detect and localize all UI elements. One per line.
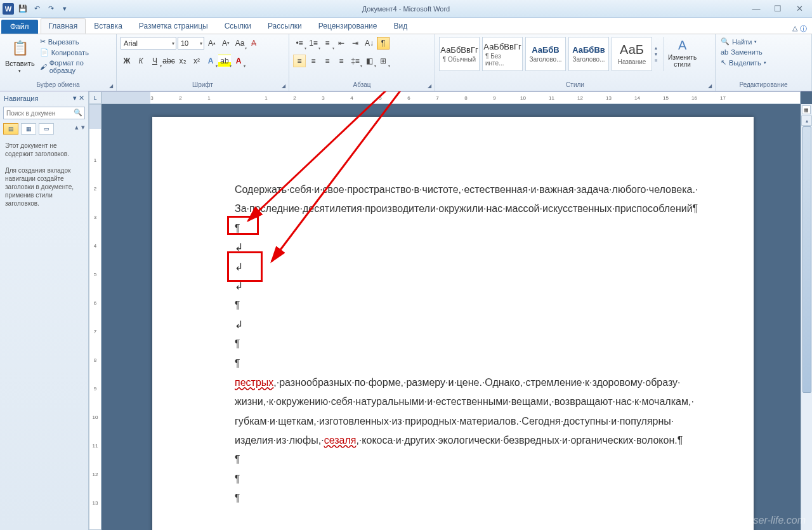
tab-review[interactable]: Рецензирование	[310, 18, 386, 34]
align-center-button[interactable]: ≡	[307, 55, 320, 67]
nav-search: 🔍	[3, 107, 85, 119]
font-launcher-icon[interactable]: ◢	[280, 82, 287, 89]
font-name-select[interactable]: Arial	[121, 37, 176, 50]
find-button[interactable]: 🔍Найти▾	[719, 37, 808, 46]
tab-references[interactable]: Ссылки	[216, 18, 259, 34]
nav-prev-icon[interactable]: ▴	[75, 123, 79, 135]
style-heading2[interactable]: АаБбВвЗаголово...	[568, 37, 609, 71]
paragraph-launcher-icon[interactable]: ◢	[426, 82, 433, 89]
style-title[interactable]: АаБНазвание	[612, 37, 652, 71]
sort-button[interactable]: A↓	[363, 37, 376, 50]
search-icon[interactable]: 🔍	[74, 109, 82, 117]
text-line: ,·разнообразных·по·форме,·размеру·и·цене…	[273, 377, 680, 388]
increase-indent-button[interactable]: ⇥	[349, 37, 362, 50]
nav-title: Навигация	[4, 95, 38, 102]
clipboard-group-label: Буфер обмена	[4, 80, 112, 89]
bullets-button[interactable]: •≡▾	[293, 37, 306, 50]
style-name: Заголово...	[573, 56, 605, 63]
style-name: Заголово...	[530, 56, 562, 63]
close-button[interactable]: ✕	[790, 3, 808, 15]
help-icon[interactable]: ⓘ	[800, 24, 807, 34]
nav-tab-pages[interactable]: ▦	[21, 123, 36, 135]
styles-group-label: Стили	[439, 80, 711, 89]
scissors-icon: ✂	[40, 37, 46, 46]
text-effects-button[interactable]: A▾	[204, 55, 217, 67]
numbering-button[interactable]: 1≡▾	[307, 37, 320, 50]
decrease-indent-button[interactable]: ⇤	[335, 37, 348, 50]
save-icon[interactable]: 💾	[16, 3, 29, 15]
style-heading1[interactable]: АаБбВЗаголово...	[525, 37, 566, 71]
paragraph-group-label: Абзац	[293, 80, 431, 89]
select-label: Выделить	[729, 59, 761, 67]
format-painter-button[interactable]: 🖌Формат по образцу	[39, 58, 112, 75]
maximize-button[interactable]: ☐	[769, 3, 787, 15]
undo-icon[interactable]: ↶	[30, 3, 43, 15]
clipboard-launcher-icon[interactable]: ◢	[107, 82, 115, 89]
multilevel-list-button[interactable]: ≡▾	[321, 37, 334, 50]
show-pilcrow-button[interactable]: ¶	[377, 37, 390, 50]
paste-button[interactable]: 📋 Вставить ▾	[4, 37, 36, 75]
word-app-icon: W	[3, 3, 14, 15]
shading-button[interactable]: ◧▾	[363, 55, 376, 67]
font-color-button[interactable]: A▾	[232, 55, 245, 67]
superscript-button[interactable]: x²	[190, 55, 203, 67]
change-styles-button[interactable]: A Изменить стили	[664, 37, 698, 71]
change-styles-icon: A	[678, 38, 686, 53]
change-case-button[interactable]: Aa▾	[233, 37, 246, 50]
text-line: жизни,·к·окружению·себя·натуральными·и·е…	[235, 392, 710, 411]
underline-button[interactable]: Ч▾	[148, 55, 161, 67]
nav-next-icon[interactable]: ▾	[81, 123, 85, 135]
strikethrough-button[interactable]: abc	[162, 55, 175, 67]
nav-tab-headings[interactable]: ▤	[3, 123, 18, 135]
styles-more-icon[interactable]: ≡	[655, 58, 661, 63]
nav-close-icon[interactable]: ✕	[79, 94, 84, 102]
select-button[interactable]: ↖Выделить▾	[719, 58, 808, 67]
subscript-button[interactable]: x₂	[176, 55, 189, 67]
style-name: ¶ Без инте...	[485, 53, 520, 67]
tab-home[interactable]: Главная	[41, 18, 86, 34]
style-normal[interactable]: АаБбВвГг¶ Обычный	[439, 37, 480, 71]
justify-button[interactable]: ≡	[335, 55, 348, 67]
tab-insert[interactable]: Вставка	[86, 18, 131, 34]
tab-view[interactable]: Вид	[385, 18, 416, 34]
shrink-font-button[interactable]: A▾	[219, 37, 232, 50]
tab-selector[interactable]: L	[89, 91, 102, 104]
redo-icon[interactable]: ↷	[44, 3, 57, 15]
italic-button[interactable]: К	[134, 55, 147, 67]
style-name: ¶ Обычный	[443, 56, 476, 63]
scroll-up-icon[interactable]: ▴	[801, 116, 812, 126]
copy-button[interactable]: 📄Копировать	[39, 48, 112, 57]
search-input[interactable]	[3, 107, 85, 119]
borders-button[interactable]: ⊞▾	[377, 55, 390, 67]
nav-tab-results[interactable]: ▭	[39, 123, 54, 135]
highlight-button[interactable]: ab▾	[218, 55, 231, 67]
replace-button[interactable]: abЗаменить	[719, 48, 808, 56]
file-tab[interactable]: Файл	[1, 20, 38, 34]
document-area: L 3211234567891011121314151617 123456789…	[89, 91, 812, 530]
minimize-button[interactable]: —	[747, 3, 765, 15]
nav-text-2: Для создания вкладок навигации создайте …	[5, 166, 83, 208]
vertical-scrollbar[interactable]: ▦ ▴	[801, 104, 812, 530]
styles-launcher-icon[interactable]: ◢	[706, 82, 714, 89]
scroll-thumb[interactable]	[802, 126, 811, 393]
align-right-button[interactable]: ≡	[321, 55, 334, 67]
clear-formatting-button[interactable]: A̶	[247, 37, 260, 50]
align-left-button[interactable]: ≡	[293, 55, 306, 67]
style-no-spacing[interactable]: АаБбВвГг¶ Без инте...	[482, 37, 523, 71]
ribbon-minimize-icon[interactable]: △	[792, 24, 797, 34]
cut-button[interactable]: ✂Вырезать	[39, 37, 112, 46]
line-spacing-button[interactable]: ‡≡▾	[349, 55, 362, 67]
tab-mailings[interactable]: Рассылки	[259, 18, 310, 34]
grow-font-button[interactable]: A▴	[206, 37, 218, 50]
bold-button[interactable]: Ж	[121, 55, 133, 67]
ruler-toggle-icon[interactable]: ▦	[802, 105, 811, 114]
styles-down-icon[interactable]: ▾	[655, 51, 661, 57]
nav-dropdown-icon[interactable]: ▾	[73, 94, 77, 102]
font-size-select[interactable]: 10	[178, 37, 204, 50]
qat-more-icon[interactable]: ▾	[58, 3, 71, 15]
navigation-pane: Навигация ▾ ✕ 🔍 ▤ ▦ ▭ ▴ ▾ Этот документ …	[0, 91, 89, 530]
styles-up-icon[interactable]: ▴	[655, 45, 661, 51]
vertical-ruler[interactable]: 12345678910111213	[89, 104, 102, 530]
tab-page-layout[interactable]: Разметка страницы	[131, 18, 216, 34]
copy-label: Копировать	[51, 49, 89, 56]
